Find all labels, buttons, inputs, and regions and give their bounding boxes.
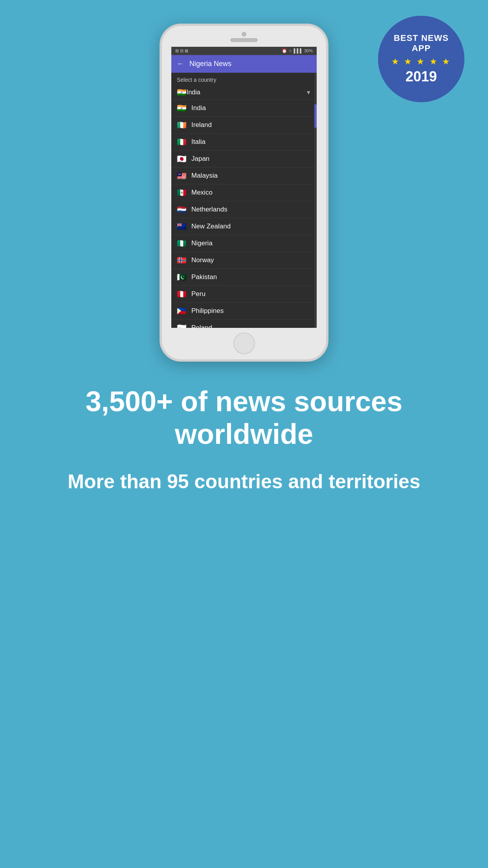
main-tagline: 3,500+ of news sources worldwide: [31, 385, 457, 451]
country-name: Philippines: [191, 307, 224, 315]
country-flag: 🇵🇱: [177, 324, 187, 328]
app-title: Nigeria News: [189, 60, 231, 68]
country-flag: 🇮🇹: [177, 138, 187, 146]
country-name: Pakistan: [191, 273, 217, 281]
selected-country: India: [187, 89, 200, 96]
best-app-badge: BEST NEWS APP ★ ★ ★ ★ ★ 2019: [378, 16, 464, 102]
list-item[interactable]: 🇳🇴Norway: [171, 252, 317, 269]
app-header: ← Nigeria News: [171, 55, 317, 73]
status-right: ⏰ ☆ ▌▌▌ 30%: [282, 48, 313, 53]
country-flag: 🇳🇴: [177, 256, 187, 264]
list-item[interactable]: 🇯🇵Japan: [171, 151, 317, 167]
country-flag: 🇵🇭: [177, 307, 187, 315]
phone-frame: ⊞ ⊟ ⊠ ⏰ ☆ ▌▌▌ 30% ← Nigeria News Select …: [160, 24, 328, 362]
country-flag: 🇳🇱: [177, 206, 187, 213]
phone-screen: ⊞ ⊟ ⊠ ⏰ ☆ ▌▌▌ 30% ← Nigeria News Select …: [171, 47, 317, 328]
country-flag: 🇳🇿: [177, 223, 187, 230]
list-item[interactable]: 🇳🇿New Zealand: [171, 218, 317, 235]
scrollbar[interactable]: [314, 73, 317, 328]
country-flag: 🇮🇪: [177, 121, 187, 129]
back-button[interactable]: ←: [177, 60, 184, 68]
select-label: Select a country: [171, 73, 317, 85]
list-item[interactable]: 🇲🇾Malaysia: [171, 167, 317, 184]
country-flag: 🇵🇪: [177, 290, 187, 298]
list-item[interactable]: 🇵🇱Poland: [171, 320, 317, 328]
country-name: Poland: [191, 324, 212, 328]
bottom-section: 3,500+ of news sources worldwide More th…: [0, 385, 488, 493]
selected-flag: 🇮🇳: [177, 88, 187, 96]
country-name: Peru: [191, 290, 205, 298]
badge-stars: ★ ★ ★ ★ ★: [391, 57, 451, 67]
country-name: Malaysia: [191, 172, 218, 180]
phone-top: [161, 25, 327, 42]
country-name: Norway: [191, 256, 214, 264]
list-item[interactable]: 🇵🇪Peru: [171, 286, 317, 303]
phone-mockup: ⊞ ⊟ ⊠ ⏰ ☆ ▌▌▌ 30% ← Nigeria News Select …: [160, 24, 328, 362]
badge-title-line2: APP: [412, 43, 431, 53]
list-item[interactable]: 🇳🇱Netherlands: [171, 201, 317, 218]
phone-speaker: [230, 38, 258, 42]
sub-tagline: More than 95 countries and territories: [68, 470, 420, 493]
country-flag: 🇮🇳: [177, 104, 187, 112]
country-name: Netherlands: [191, 206, 227, 213]
country-name: New Zealand: [191, 223, 231, 230]
list-item[interactable]: 🇲🇽Mexico: [171, 184, 317, 201]
country-flag: 🇵🇰: [177, 273, 187, 281]
country-flag: 🇯🇵: [177, 155, 187, 163]
country-list-container: Select a country 🇮🇳 India ▼ 🇮🇳India🇮🇪Ire…: [171, 73, 317, 328]
country-name: Italia: [191, 138, 205, 146]
badge-year: 2019: [405, 68, 437, 85]
country-name: Japan: [191, 155, 209, 163]
list-item[interactable]: 🇮🇪Ireland: [171, 117, 317, 134]
scrollbar-thumb[interactable]: [314, 104, 317, 128]
dropdown-arrow-icon: ▼: [306, 89, 311, 96]
country-flag: 🇳🇬: [177, 239, 187, 247]
list-item[interactable]: 🇵🇭Philippines: [171, 303, 317, 320]
country-flag: 🇲🇽: [177, 189, 187, 197]
list-item[interactable]: 🇮🇳India: [171, 100, 317, 117]
status-left: ⊞ ⊟ ⊠: [175, 48, 188, 53]
phone-home-button[interactable]: [233, 333, 255, 354]
country-flag: 🇲🇾: [177, 172, 187, 180]
country-name: Nigeria: [191, 239, 213, 247]
country-dropdown[interactable]: 🇮🇳 India ▼: [171, 85, 317, 100]
list-item[interactable]: 🇵🇰Pakistan: [171, 269, 317, 286]
country-name: Ireland: [191, 121, 212, 129]
list-item[interactable]: 🇮🇹Italia: [171, 134, 317, 151]
status-bar: ⊞ ⊟ ⊠ ⏰ ☆ ▌▌▌ 30%: [171, 47, 317, 55]
list-item[interactable]: 🇳🇬Nigeria: [171, 235, 317, 252]
phone-camera: [242, 32, 246, 37]
country-list: 🇮🇳India🇮🇪Ireland🇮🇹Italia🇯🇵Japan🇲🇾Malaysi…: [171, 100, 317, 328]
country-name: Mexico: [191, 189, 213, 197]
badge-title-line1: BEST NEWS: [394, 33, 449, 43]
country-name: India: [191, 104, 206, 112]
